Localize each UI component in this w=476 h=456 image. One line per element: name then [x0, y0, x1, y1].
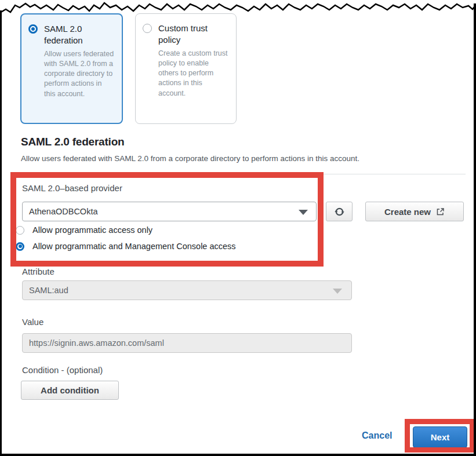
provider-select[interactable]: AthenaODBCOkta [22, 202, 317, 221]
frame-border-bottom [0, 454, 476, 456]
radio-unselected-icon[interactable] [143, 24, 152, 33]
card-saml-federation[interactable]: SAML 2.0 federation Allow users federate… [20, 13, 123, 124]
section-title: SAML 2.0 federation [21, 136, 125, 148]
attribute-label: Attribute [22, 267, 54, 276]
screenshot-frame: SAML 2.0 federation Allow users federate… [0, 0, 476, 456]
create-new-label: Create new [384, 207, 431, 217]
card-custom-trust-policy[interactable]: Custom trust policy Create a custom trus… [135, 13, 237, 124]
add-condition-label: Add condition [41, 385, 99, 395]
chevron-down-icon [333, 289, 342, 294]
radio-programmatic-and-console[interactable]: Allow programmatic and Management Consol… [16, 242, 236, 251]
refresh-button[interactable] [326, 202, 353, 221]
value-input-disabled [22, 333, 352, 353]
card-title: Custom trust policy [158, 23, 229, 46]
chevron-down-icon [299, 210, 308, 215]
card-title: SAML 2.0 federation [44, 23, 115, 46]
next-button[interactable]: Next [413, 426, 467, 448]
radio-selected-icon[interactable] [28, 24, 38, 34]
radio-label: Allow programmatic and Management Consol… [32, 242, 236, 251]
radio-selected-icon[interactable] [16, 242, 24, 251]
radio-programmatic-only[interactable]: Allow programmatic access only [16, 225, 152, 235]
cancel-link[interactable]: Cancel [362, 431, 392, 441]
external-link-icon [436, 207, 445, 216]
add-condition-button[interactable]: Add condition [21, 381, 119, 400]
attribute-select-disabled: SAML:aud [22, 280, 352, 300]
refresh-icon [335, 207, 344, 217]
create-new-button[interactable]: Create new [365, 202, 464, 221]
card-description: Allow users federated with SAML 2.0 from… [44, 49, 115, 99]
next-button-label: Next [431, 432, 450, 442]
condition-label: Condition - (optional) [22, 365, 103, 375]
card-description: Create a custom trust policy to enable o… [158, 49, 229, 99]
attribute-select-value: SAML:aud [23, 286, 68, 295]
value-label: Value [22, 317, 43, 327]
radio-unselected-icon[interactable] [16, 226, 24, 235]
provider-label: SAML 2.0–based provider [22, 183, 122, 193]
provider-select-value: AthenaODBCOkta [23, 207, 97, 216]
radio-label: Allow programmatic access only [32, 225, 152, 235]
section-divider [21, 174, 466, 174]
frame-border-left [0, 10, 2, 456]
section-description: Allow users federated with SAML 2.0 from… [21, 154, 359, 163]
frame-border-right [474, 3, 476, 456]
